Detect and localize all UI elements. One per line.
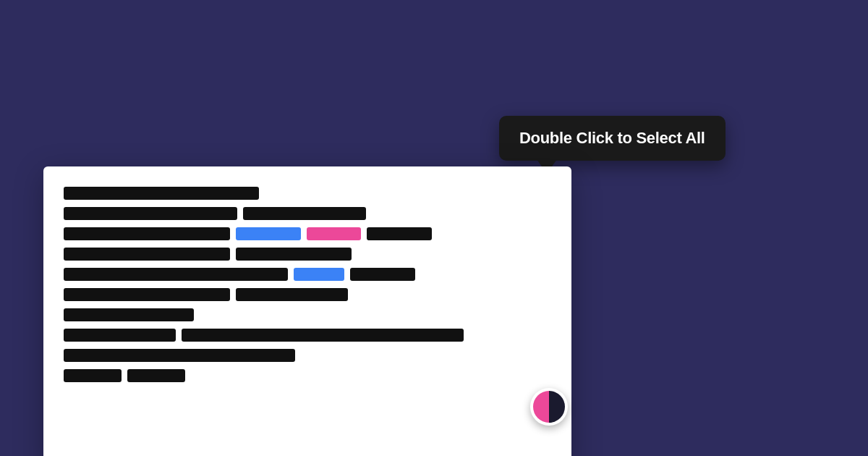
text-bar [64,227,230,240]
text-bar [64,207,237,220]
doc-line [64,227,551,240]
document-card[interactable] [43,166,571,456]
tooltip-text: Double Click to Select All [519,129,705,147]
text-bar [182,329,464,342]
doc-line [64,349,551,362]
text-bar [236,288,348,301]
text-bar [64,308,194,321]
text-bar [64,248,230,261]
tooltip: Double Click to Select All [499,116,726,161]
text-bar [64,187,259,200]
text-bar [64,268,288,281]
doc-line [64,248,551,261]
blue-bar [294,268,344,281]
text-bar [243,207,366,220]
text-bar [236,248,352,261]
icon-half-right [549,391,565,423]
text-bar [64,369,122,382]
document-lines [64,187,551,382]
doc-line [64,369,551,382]
text-bar [367,227,432,240]
app-icon[interactable] [530,388,568,426]
text-bar [127,369,185,382]
doc-line [64,329,551,342]
text-bar [64,288,230,301]
app-icon-inner [533,391,565,423]
text-bar [64,329,176,342]
doc-line [64,288,551,301]
doc-line [64,187,551,200]
pink-bar [307,227,361,240]
scene: Double Click to Select All [0,0,868,456]
icon-half-left [533,391,549,423]
text-bar [350,268,415,281]
doc-line [64,268,551,281]
text-bar [64,349,295,362]
doc-line [64,308,551,321]
blue-bar [236,227,301,240]
doc-line [64,207,551,220]
